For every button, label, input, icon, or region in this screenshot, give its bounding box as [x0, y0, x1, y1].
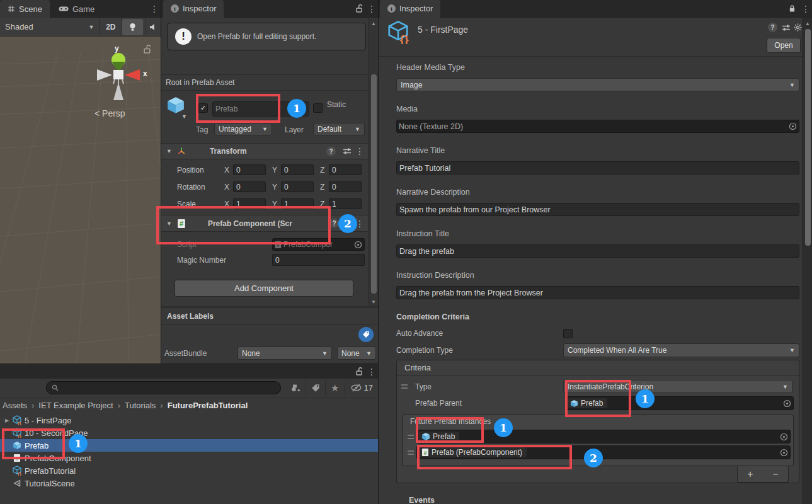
- gameobject-prefab-icon[interactable]: [166, 96, 185, 115]
- right-inspector-kebab[interactable]: ⋮: [799, 4, 812, 14]
- mid-scrollbar[interactable]: ▲ ▼: [368, 18, 379, 307]
- favorites-button[interactable]: ★: [326, 381, 344, 395]
- project-kebab[interactable]: ⋮: [365, 367, 378, 377]
- axis-input[interactable]: 0: [329, 181, 362, 192]
- static-label: Static: [327, 101, 348, 116]
- search-by-type-button[interactable]: [286, 381, 306, 395]
- shading-mode-label: Shaded: [5, 22, 33, 32]
- help-icon[interactable]: ?: [326, 147, 336, 156]
- asset-labels-header[interactable]: Asset Labels: [161, 308, 379, 325]
- magic-number-field[interactable]: 0: [272, 254, 365, 266]
- transform-header[interactable]: ▼ Transform ? ⋮: [161, 143, 368, 159]
- axis-input[interactable]: 0: [233, 181, 266, 192]
- search-input[interactable]: [46, 381, 281, 394]
- object-picker-icon[interactable]: [783, 399, 791, 408]
- object-picker-icon[interactable]: [354, 241, 362, 249]
- lock-icon[interactable]: [785, 4, 799, 13]
- breadcrumb-separator-icon: ›: [118, 401, 120, 410]
- gear-icon[interactable]: [794, 23, 802, 32]
- axis-group-x: X0: [224, 164, 266, 175]
- help-icon[interactable]: ?: [768, 23, 777, 32]
- project-item[interactable]: ▶{}5 - FirstPage: [0, 414, 378, 427]
- field-text-input[interactable]: Drag the prefab: [396, 244, 799, 258]
- asset-label-tag-button[interactable]: [358, 327, 374, 342]
- remove-item-button[interactable]: −: [772, 469, 778, 480]
- root-prefab-header-label: Root in Prefab Asset: [166, 78, 234, 87]
- tag-value: Untagged: [219, 125, 251, 134]
- chevron-down-icon: ▼: [88, 24, 94, 30]
- field-text-input[interactable]: Prefab Tutorial: [396, 161, 799, 175]
- assetbundle-dropdown[interactable]: None▼: [237, 346, 332, 360]
- mid-inspector-kebab[interactable]: ⋮: [365, 4, 378, 14]
- criteria-header[interactable]: Criteria: [397, 360, 799, 375]
- presets-icon[interactable]: [782, 24, 791, 32]
- axis-input[interactable]: 0: [329, 164, 362, 175]
- project-item[interactable]: TutorialScene: [0, 477, 378, 490]
- assetbundle-variant-dropdown[interactable]: None▼: [337, 346, 376, 360]
- toggle-2d-button[interactable]: 2D: [100, 18, 122, 37]
- chevron-down-icon[interactable]: ▼: [181, 113, 187, 120]
- foldout-icon[interactable]: ▼: [166, 148, 172, 154]
- drag-handle-icon[interactable]: [401, 384, 408, 389]
- unlock-icon[interactable]: [353, 4, 365, 13]
- project-item[interactable]: {}PrefabTutorial: [0, 464, 378, 477]
- breadcrumb-item[interactable]: IET Example Project: [38, 401, 113, 410]
- completion-type-dropdown[interactable]: Completed When All Are True▼: [563, 343, 799, 357]
- drag-handle-icon[interactable]: [408, 435, 414, 439]
- field-object[interactable]: None (Texture 2D): [396, 120, 799, 133]
- breadcrumb-item[interactable]: Assets: [3, 401, 27, 410]
- open-button[interactable]: Open: [767, 38, 801, 53]
- unlock-icon[interactable]: [143, 45, 151, 54]
- axis-input[interactable]: 0: [281, 181, 314, 192]
- breadcrumb-item[interactable]: Tutorials: [125, 401, 156, 410]
- add-item-button[interactable]: +: [747, 469, 753, 480]
- axis-input[interactable]: 0: [281, 164, 314, 175]
- asset-header: {} 5 - FirstPage ? Open: [379, 18, 812, 57]
- object-picker-icon[interactable]: [789, 122, 797, 130]
- axis-group-y: Y0: [272, 164, 314, 175]
- shading-mode-dropdown[interactable]: Shaded ▼: [0, 18, 99, 37]
- right-scrollbar-thumb[interactable]: [805, 29, 811, 246]
- static-checkbox[interactable]: [313, 103, 323, 113]
- right-inspector-tab-label: Inspector: [399, 4, 433, 13]
- field-text-input[interactable]: Drag the prefab from the Project Browser: [396, 286, 799, 299]
- right-inspector-tab[interactable]: i Inspector: [380, 0, 440, 18]
- perspective-indicator[interactable]: < Persp: [94, 108, 125, 118]
- search-by-label-button[interactable]: [306, 381, 325, 395]
- scroll-up-icon[interactable]: ▲: [369, 21, 379, 26]
- scene-lighting-button[interactable]: [122, 19, 143, 35]
- unlock-icon[interactable]: [353, 367, 365, 375]
- annotation-box-instance-1: [416, 417, 484, 443]
- scene-menu-kebab[interactable]: ⋮: [148, 0, 161, 17]
- scene-viewport[interactable]: y x < Persp: [0, 37, 161, 364]
- field-dropdown[interactable]: Image▼: [396, 78, 799, 91]
- annotation-badge-1: 1: [494, 418, 513, 437]
- layer-dropdown[interactable]: Default▼: [313, 123, 365, 135]
- mid-scrollbar-thumb[interactable]: [371, 74, 377, 294]
- expand-arrow-icon[interactable]: ▶: [3, 418, 11, 423]
- scroll-up-icon[interactable]: ▲: [803, 21, 812, 26]
- field-text-input[interactable]: Spawn the prefab from our Project Browse…: [396, 203, 799, 216]
- orientation-gizmo[interactable]: [88, 47, 161, 117]
- presets-icon[interactable]: [343, 147, 352, 155]
- scene-audio-button[interactable]: [146, 18, 161, 37]
- help-icon[interactable]: ?: [329, 219, 339, 228]
- tag-dropdown[interactable]: Untagged▼: [214, 123, 272, 135]
- breadcrumb-item[interactable]: FuturePrefabTutorial: [168, 401, 248, 410]
- auto-advance-checkbox[interactable]: [563, 329, 573, 338]
- object-picker-icon[interactable]: [780, 433, 788, 441]
- add-component-button[interactable]: Add Component: [174, 280, 353, 297]
- transform-kebab[interactable]: ⋮: [355, 146, 363, 156]
- right-scrollbar[interactable]: ▲: [802, 18, 812, 504]
- axis-input[interactable]: 0: [233, 164, 266, 175]
- breadcrumb: Assets›IET Example Project›Tutorials›Fut…: [0, 398, 378, 413]
- object-picker-icon[interactable]: [780, 449, 788, 457]
- axis-input[interactable]: 1: [329, 198, 362, 209]
- tab-game[interactable]: Game: [51, 0, 102, 18]
- drag-handle-icon[interactable]: [408, 450, 414, 455]
- scroll-down-icon[interactable]: ▼: [369, 299, 379, 305]
- annotation-badge-2: 2: [584, 449, 603, 467]
- mid-inspector-tab[interactable]: i Inspector: [163, 0, 224, 18]
- hidden-count-button[interactable]: 17: [345, 381, 378, 395]
- tab-scene[interactable]: Scene: [0, 0, 50, 18]
